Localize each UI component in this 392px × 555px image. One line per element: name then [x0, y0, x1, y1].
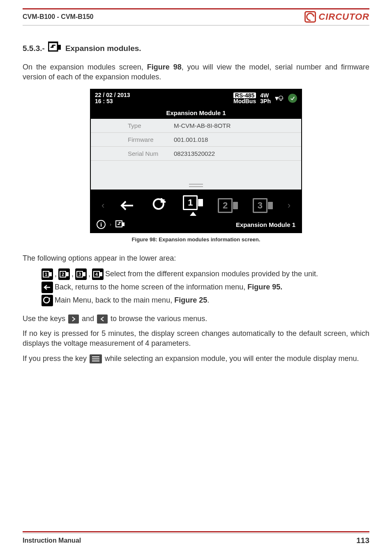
intro-paragraph: On the expansion modules screen, Figure …: [23, 62, 369, 82]
figure-caption: Figure 98: Expansion modules information…: [132, 236, 261, 243]
alarm-icon: ▾: [275, 94, 284, 103]
use-keys-paragraph: Use the keys and to browse the various m…: [23, 314, 369, 324]
module-3-button[interactable]: 3: [253, 198, 273, 213]
option-main-menu-line: Main Menu, back to the main menu, Figure…: [42, 295, 369, 306]
device-row-serial: Serial Num 082313520022: [91, 147, 301, 161]
module-1-icon: 1: [42, 268, 53, 280]
device-screenshot: 22 / 02 / 2013 16 : 53 RS-485 ModBus 4W …: [90, 89, 302, 234]
brand-logo: CIRCUTOR: [304, 11, 369, 23]
device-footer: i › Expansion Module 1: [91, 217, 301, 232]
expansion-module-icon: [48, 42, 62, 53]
figure-98: 22 / 02 / 2013 16 : 53 RS-485 ModBus 4W …: [23, 89, 369, 250]
chevron-left-icon[interactable]: ‹: [101, 200, 104, 211]
page-header: CVM-B100 - CVM-B150 CIRCUTOR: [23, 11, 369, 25]
svg-rect-2: [48, 42, 58, 43]
option-modules-line: 1, 2, 3, 4 Select from the different exp…: [42, 268, 369, 280]
module-3-icon: 3: [75, 268, 87, 280]
footer-page-number: 113: [356, 536, 369, 545]
device-panel-title: Expansion Module 1: [91, 107, 301, 119]
brand-text: CIRCUTOR: [318, 12, 369, 22]
figure-ref-95: Figure 95.: [247, 283, 282, 291]
menu-key-icon: [90, 354, 102, 363]
figure-ref-25: Figure 25: [174, 296, 207, 304]
status-ok-icon: [288, 94, 297, 103]
svg-rect-6: [122, 222, 125, 226]
svg-rect-1: [58, 45, 61, 50]
section-title: Expansion modules.: [65, 44, 141, 53]
module-1-button[interactable]: 1: [183, 195, 203, 210]
main-menu-icon: [42, 295, 53, 306]
footer-manual-label: Instruction Manual: [23, 537, 81, 544]
module-2-button[interactable]: 2: [218, 198, 238, 213]
back-icon: [42, 282, 53, 293]
module-4-icon: 4: [92, 268, 104, 280]
device-datetime: 22 / 02 / 2013 16 : 53: [95, 92, 130, 105]
info-icon: i: [97, 220, 106, 229]
rs485-badge: RS-485 ModBus: [233, 92, 256, 104]
device-row-type: Type M-CVM-AB-8I-8OTR: [91, 119, 301, 133]
brand-icon: [304, 11, 316, 23]
option-back-line: Back, returns to the home screen of the …: [42, 282, 369, 293]
back-arrow-button[interactable]: [119, 199, 136, 212]
page-footer: Instruction Manual 113: [23, 531, 369, 545]
chevron-right-icon[interactable]: ›: [288, 200, 291, 211]
device-body: Type M-CVM-AB-8I-8OTR Firmware 001.001.0…: [91, 119, 301, 190]
key-right-icon: [68, 314, 79, 324]
breadcrumb-chevron-icon: ›: [110, 222, 111, 227]
selected-indicator-icon: [190, 212, 196, 216]
device-footer-title: Expansion Module 1: [236, 221, 295, 228]
press-key-paragraph: If you press the key while selecting an …: [23, 354, 369, 363]
idle-paragraph: If no key is pressed for 5 minutes, the …: [23, 328, 369, 349]
breadcrumb-module-icon: [115, 220, 125, 229]
figure-ref-98: Figure 98: [147, 63, 182, 71]
wiring-badge: 4W 3Ph: [260, 92, 271, 104]
device-row-firmware: Firmware 001.001.018: [91, 133, 301, 147]
svg-marker-8: [48, 297, 51, 299]
product-name: CVM-B100 - CVM-B150: [23, 13, 93, 21]
device-drag-handle: [91, 161, 301, 190]
section-heading: 5.5.3.- Expansion modules.: [23, 39, 369, 53]
main-menu-button[interactable]: [150, 198, 168, 213]
module-2-icon: 2: [58, 268, 70, 280]
options-intro: The following options appear in the lowe…: [23, 253, 369, 263]
section-number: 5.5.3.-: [23, 44, 45, 53]
device-header: 22 / 02 / 2013 16 : 53 RS-485 ModBus 4W …: [91, 90, 301, 107]
device-nav: ‹ 1 2 3 ›: [91, 190, 301, 217]
key-left-icon: [97, 314, 108, 324]
